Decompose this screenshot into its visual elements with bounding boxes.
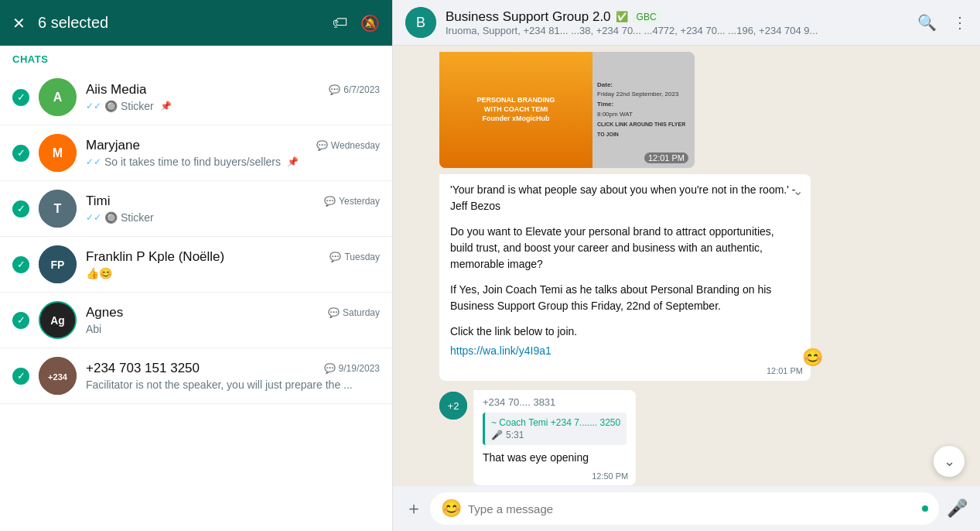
- selection-header: ✕ 6 selected 🏷 🔕: [0, 0, 392, 46]
- sender-number: +234 70.... 3831: [483, 396, 627, 408]
- preview-text: Abi: [86, 323, 101, 335]
- chat-list: A Aiis Media 💬 6/7/2023 ✓✓ 🔘 Sticker 📌: [0, 70, 392, 531]
- checkbox-agnes[interactable]: [12, 312, 29, 329]
- menu-icon[interactable]: ⋮: [952, 13, 968, 32]
- chat-time: 💬 Wednesday: [316, 140, 380, 151]
- read-receipt-icon: ✓✓: [86, 212, 101, 223]
- right-panel: B Business Support Group 2.0 ✅ GBC Iruom…: [393, 0, 980, 531]
- message-input[interactable]: [468, 502, 916, 516]
- chat-content: Agnes 💬 Saturday Abi: [86, 305, 380, 335]
- emoji-reaction[interactable]: 😊: [802, 344, 823, 370]
- svg-text:+2: +2: [448, 400, 459, 412]
- chat-preview: ✓✓ So it takes time to find buyers/selle…: [86, 156, 380, 168]
- list-item[interactable]: FP Franklin P Kple (Noëlle) 💬 Tuesday 👍😊: [0, 237, 392, 293]
- flyer-left: PERSONAL BRANDINGWITH COACH TEMIFounder …: [439, 52, 592, 168]
- preview-emoji: 🔘: [104, 100, 118, 112]
- chat-preview: Facilitator is not the speaker, you will…: [86, 379, 380, 391]
- preview-text: 👍😊: [86, 267, 112, 279]
- group-info[interactable]: Business Support Group 2.0 ✅ GBC Iruoma,…: [446, 9, 908, 36]
- preview-emoji: 🔘: [104, 211, 118, 224]
- chat-name: Timi: [86, 194, 110, 209]
- flyer-image: PERSONAL BRANDINGWITH COACH TEMIFounder …: [439, 52, 695, 168]
- message-bubble: ⌄ 'Your brand is what people say about y…: [439, 174, 811, 381]
- avatar: A: [39, 78, 77, 116]
- chat-name: Agnes: [86, 305, 123, 320]
- sender-avatar: +2: [439, 392, 467, 420]
- selected-count: 6 selected: [38, 14, 320, 32]
- label-icon[interactable]: 🏷: [333, 14, 348, 33]
- svg-text:B: B: [416, 15, 425, 30]
- reply-to-name: ~ Coach Temi +234 7....... 3250: [491, 417, 620, 428]
- svg-text:M: M: [53, 146, 63, 159]
- chat-name: +234 703 151 3250: [86, 361, 200, 376]
- chat-content: +234 703 151 3250 💬 9/19/2023 Facilitato…: [86, 361, 380, 391]
- reply-time: 12:50 PM: [473, 471, 636, 485]
- body-text-1: Do you want to Elevate your personal bra…: [450, 224, 800, 272]
- messages-area[interactable]: PERSONAL BRANDINGWITH COACH TEMIFounder …: [393, 46, 980, 486]
- flyer-text: PERSONAL BRANDINGWITH COACH TEMIFounder …: [477, 96, 555, 123]
- chat-preview: ✓✓ 🔘 Sticker: [86, 211, 380, 224]
- chat-time: 💬 9/19/2023: [324, 363, 380, 374]
- preview-text: Facilitator is not the speaker, you will…: [86, 379, 353, 391]
- avatar: +234: [39, 357, 77, 395]
- chat-name: Aiis Media: [86, 82, 146, 98]
- list-item[interactable]: M Maryjane 💬 Wednesday ✓✓ So it takes ti…: [0, 125, 392, 181]
- group-avatar[interactable]: B: [405, 7, 436, 38]
- svg-text:A: A: [53, 91, 63, 104]
- checkbox-aiis[interactable]: [12, 89, 29, 106]
- quote-text: 'Your brand is what people say about you…: [450, 182, 800, 214]
- flyer-right: Date: Friday 22nd September, 2023 Time: …: [592, 52, 695, 168]
- pin-icon: 📌: [287, 156, 299, 167]
- svg-text:FP: FP: [51, 259, 65, 271]
- read-receipt-icon: ✓✓: [86, 156, 101, 167]
- search-icon[interactable]: 🔍: [917, 13, 937, 32]
- pin-icon: 📌: [160, 101, 172, 111]
- emoji-picker-icon[interactable]: 😊: [441, 498, 462, 519]
- flyer-date: Date: Friday 22nd September, 2023 Time: …: [597, 81, 690, 140]
- chat-name: Franklin P Kple (Noëlle): [86, 249, 224, 265]
- checkbox-phone[interactable]: [12, 368, 29, 385]
- body-text-2: If Yes, Join Coach Temi as he talks abou…: [450, 282, 800, 314]
- checkbox-franklin[interactable]: [12, 256, 29, 273]
- chat-content: Aiis Media 💬 6/7/2023 ✓✓ 🔘 Sticker 📌: [86, 82, 380, 112]
- avatar: M: [39, 134, 77, 172]
- message-time: 12:01 PM: [767, 365, 803, 378]
- image-bubble: PERSONAL BRANDINGWITH COACH TEMIFounder …: [439, 52, 695, 168]
- avatar: Ag: [39, 301, 77, 339]
- message-input-area: ＋ 😊 🎤: [393, 486, 980, 531]
- avatar: T: [39, 190, 77, 228]
- chat-preview: ✓✓ 🔘 Sticker 📌: [86, 100, 380, 112]
- chat-time: 💬 Tuesday: [330, 252, 380, 262]
- mic-small-icon: 🎤: [491, 430, 503, 440]
- checkbox-timi[interactable]: [12, 200, 29, 218]
- reply-bubble: +234 70.... 3831 ~ Coach Temi +234 7....…: [473, 390, 636, 485]
- svg-text:Ag: Ag: [50, 315, 64, 327]
- mute-icon[interactable]: 🔕: [360, 14, 380, 33]
- microphone-icon[interactable]: 🎤: [947, 498, 968, 519]
- reply-top: +234 70.... 3831 ~ Coach Temi +234 7....…: [473, 390, 636, 471]
- list-item[interactable]: +234 +234 703 151 3250 💬 9/19/2023 Facil…: [0, 348, 392, 404]
- scroll-down-button[interactable]: ⌄: [934, 446, 965, 477]
- close-button[interactable]: ✕: [12, 14, 26, 33]
- received-row: +2 +234 70.... 3831 ~ Coach Temi +234 7.…: [439, 390, 934, 485]
- collapse-icon[interactable]: ⌄: [793, 182, 803, 200]
- chats-section-label: CHATS: [0, 46, 392, 70]
- invite-link[interactable]: https://wa.link/y4I9a1: [450, 344, 551, 357]
- checkbox-maryjane[interactable]: [12, 145, 29, 162]
- reply-main-text: That was eye opening: [483, 451, 627, 468]
- group-tag: GBC: [633, 11, 661, 23]
- chat-time: 💬 Yesterday: [324, 196, 380, 207]
- svg-text:+234: +234: [48, 372, 68, 382]
- chat-content: Maryjane 💬 Wednesday ✓✓ So it takes time…: [86, 138, 380, 168]
- header-actions: 🏷 🔕: [333, 14, 380, 33]
- chat-header: B Business Support Group 2.0 ✅ GBC Iruom…: [393, 0, 980, 46]
- list-item[interactable]: T Timi 💬 Yesterday ✓✓ 🔘 Sticker: [0, 181, 392, 237]
- add-attachment-icon[interactable]: ＋: [405, 497, 422, 520]
- read-receipt-icon: ✓✓: [86, 101, 101, 111]
- list-item[interactable]: Ag Agnes 💬 Saturday Abi: [0, 293, 392, 348]
- list-item[interactable]: A Aiis Media 💬 6/7/2023 ✓✓ 🔘 Sticker 📌: [0, 70, 392, 125]
- reply-quote: ~ Coach Temi +234 7....... 3250 🎤 5:31: [483, 413, 627, 445]
- message-bubble: PERSONAL BRANDINGWITH COACH TEMIFounder …: [439, 52, 695, 168]
- preview-text: So it takes time to find buyers/sellers: [104, 156, 281, 168]
- chat-time: 💬 Saturday: [328, 307, 380, 318]
